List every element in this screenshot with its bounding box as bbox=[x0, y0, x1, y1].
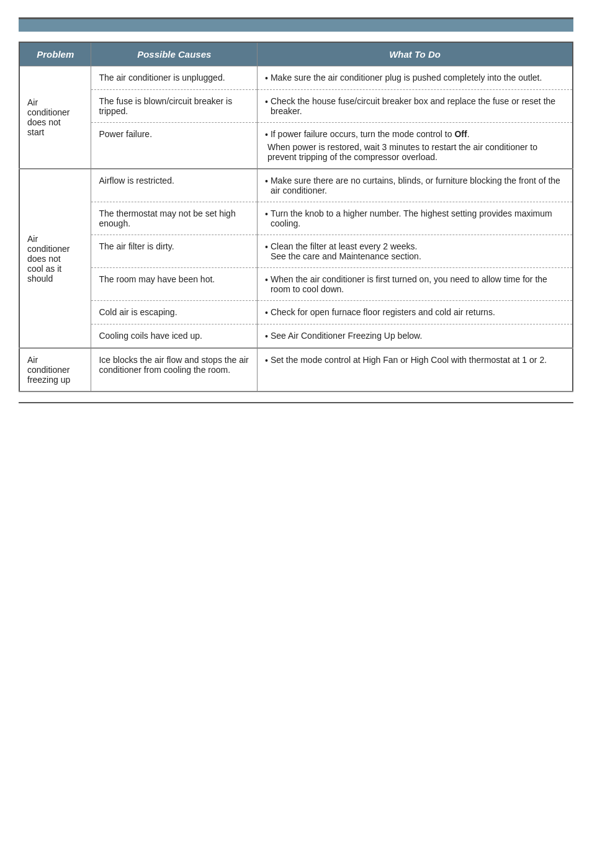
cause-cell: The air conditioner is unplugged. bbox=[91, 66, 258, 90]
whatdo-cell: •Check the house fuse/circuit breaker bo… bbox=[258, 90, 573, 123]
cause-cell: The fuse is blown/circuit breaker is tri… bbox=[91, 90, 258, 123]
header-whatdo: What To Do bbox=[258, 42, 573, 66]
table-row: Power failure.•If power failure occurs, … bbox=[19, 123, 573, 169]
cause-cell: Ice blocks the air flow and stops the ai… bbox=[91, 348, 258, 391]
problem-cell: Air conditioner freezing up bbox=[19, 348, 91, 391]
header-causes: Possible Causes bbox=[91, 42, 258, 66]
title-bar bbox=[19, 19, 573, 32]
whatdo-cell: •Clean the filter at least every 2 weeks… bbox=[258, 235, 573, 268]
table-row: The room may have been hot.•When the air… bbox=[19, 268, 573, 301]
table-row: Air conditioner freezing upIce blocks th… bbox=[19, 348, 573, 391]
table-row: Cooling coils have iced up.•See Air Cond… bbox=[19, 324, 573, 349]
cause-cell: Power failure. bbox=[91, 123, 258, 169]
whatdo-cell: •Make sure there are no curtains, blinds… bbox=[258, 169, 573, 202]
cause-cell: The thermostat may not be set high enoug… bbox=[91, 202, 258, 235]
cause-cell: The room may have been hot. bbox=[91, 268, 258, 301]
cause-cell: Cold air is escaping. bbox=[91, 301, 258, 324]
table-row: The fuse is blown/circuit breaker is tri… bbox=[19, 90, 573, 123]
whatdo-cell: •See Air Conditioner Freezing Up below. bbox=[258, 324, 573, 349]
whatdo-cell: •Check for open furnace floor registers … bbox=[258, 301, 573, 324]
troubleshooting-table: Problem Possible Causes What To Do Air c… bbox=[19, 42, 573, 392]
table-row: The thermostat may not be set high enoug… bbox=[19, 202, 573, 235]
cause-cell: Cooling coils have iced up. bbox=[91, 324, 258, 349]
table-row: Cold air is escaping.•Check for open fur… bbox=[19, 301, 573, 324]
whatdo-cell: •If power failure occurs, turn the mode … bbox=[258, 123, 573, 169]
whatdo-cell: •Make sure the air conditioner plug is p… bbox=[258, 66, 573, 90]
table-row: The air filter is dirty.•Clean the filte… bbox=[19, 235, 573, 268]
table-row: Air conditioner does not startThe air co… bbox=[19, 66, 573, 90]
whatdo-cell: •Turn the knob to a higher number. The h… bbox=[258, 202, 573, 235]
whatdo-cell: •When the air conditioner is first turne… bbox=[258, 268, 573, 301]
cause-cell: Airflow is restricted. bbox=[91, 169, 258, 202]
whatdo-cell: •Set the mode control at High Fan or Hig… bbox=[258, 348, 573, 391]
cause-cell: The air filter is dirty. bbox=[91, 235, 258, 268]
table-row: Air conditioner does not cool as it shou… bbox=[19, 169, 573, 202]
problem-cell: Air conditioner does not cool as it shou… bbox=[19, 169, 91, 348]
table-header-row: Problem Possible Causes What To Do bbox=[19, 42, 573, 66]
problem-cell: Air conditioner does not start bbox=[19, 66, 91, 169]
header-problem: Problem bbox=[19, 42, 91, 66]
